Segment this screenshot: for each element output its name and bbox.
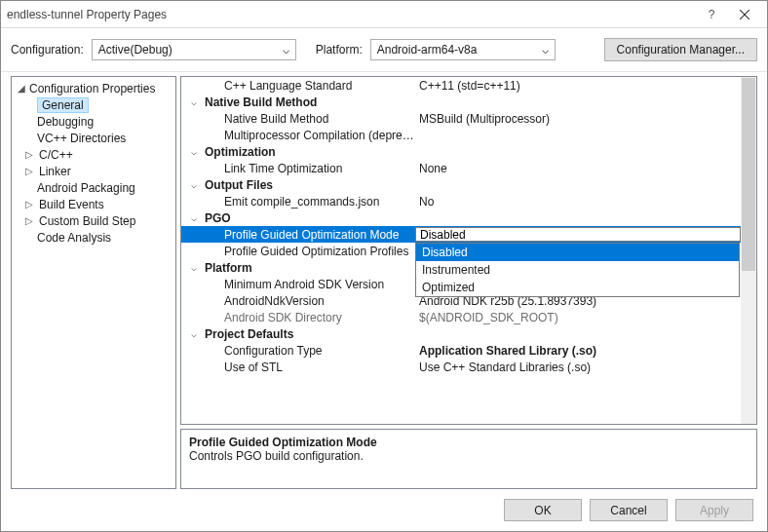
- grid-prop-name: Android SDK Directory: [201, 311, 415, 324]
- description-panel: Profile Guided Optimization Mode Control…: [180, 429, 757, 489]
- expand-icon[interactable]: ▷: [23, 166, 35, 176]
- dialog-button-row: OK Cancel Apply: [1, 489, 767, 531]
- platform-select[interactable]: Android-arm64-v8a ⌵: [370, 39, 556, 60]
- tree-item[interactable]: ▷Custom Build Step: [12, 212, 175, 229]
- grid-prop-name: Native Build Method: [201, 112, 415, 126]
- cancel-button[interactable]: Cancel: [590, 499, 668, 521]
- grid-prop-value[interactable]: $(ANDROID_SDK_ROOT): [415, 311, 756, 324]
- grid-prop-value[interactable]: Application Shared Library (.so): [415, 344, 756, 358]
- grid-row[interactable]: Use of STLUse C++ Standard Libraries (.s…: [181, 359, 756, 375]
- close-icon[interactable]: [728, 5, 761, 23]
- config-row: Configuration: Active(Debug) ⌵ Platform:…: [1, 28, 767, 72]
- configuration-value: Active(Debug): [98, 43, 173, 57]
- tree-item[interactable]: ▷Linker: [12, 163, 175, 179]
- tree-root[interactable]: ◢ Configuration Properties: [12, 80, 175, 96]
- platform-label: Platform:: [316, 43, 363, 57]
- grid-prop-value[interactable]: Disabled: [415, 227, 740, 242]
- expand-icon[interactable]: ▷: [23, 199, 35, 209]
- scrollbar[interactable]: [741, 77, 756, 424]
- grid-prop-name: Use of STL: [201, 361, 415, 374]
- grid-row[interactable]: C++ Language StandardC++11 (std=c++11): [181, 77, 756, 94]
- scrollbar-thumb[interactable]: [741, 77, 756, 272]
- tree-item-label: Build Events: [39, 198, 104, 211]
- grid-group-name: Optimization: [201, 145, 415, 159]
- grid-prop-name: Profile Guided Optimization Profiles: [201, 245, 415, 258]
- grid-group-name: Project Defaults: [201, 327, 415, 341]
- ok-button[interactable]: OK: [504, 499, 582, 521]
- tree-item[interactable]: ▷Build Events: [12, 196, 175, 212]
- grid-row[interactable]: Native Build MethodMSBuild (Multiprocess…: [181, 110, 756, 127]
- grid-group-name: Platform: [201, 261, 415, 275]
- tree-item-label: Custom Build Step: [39, 214, 135, 228]
- tree-item-label: Code Analysis: [37, 231, 111, 245]
- grid-prop-value[interactable]: MSBuild (Multiprocessor): [415, 112, 756, 126]
- grid-prop-name: Link Time Optimization: [201, 162, 415, 175]
- chevron-down-icon: ⌵: [283, 43, 289, 57]
- expand-icon[interactable]: ▷: [23, 215, 35, 226]
- grid-group-header[interactable]: ⌵Optimization: [181, 143, 756, 160]
- apply-button[interactable]: Apply: [675, 499, 753, 521]
- grid-group-header[interactable]: ⌵Output Files: [181, 176, 756, 193]
- collapse-icon[interactable]: ◢: [16, 83, 27, 94]
- collapse-icon[interactable]: ⌵: [181, 262, 201, 273]
- property-grid[interactable]: C++ Language StandardC++11 (std=c++11)⌵N…: [180, 76, 757, 425]
- chevron-down-icon: ⌵: [542, 43, 549, 57]
- dropdown-item[interactable]: Disabled: [416, 244, 739, 261]
- grid-row[interactable]: Link Time OptimizationNone: [181, 160, 756, 176]
- tree-item[interactable]: Debugging: [12, 113, 175, 130]
- tree-item-label: General: [37, 97, 89, 113]
- tree-item[interactable]: VC++ Directories: [12, 130, 175, 146]
- collapse-icon[interactable]: ⌵: [181, 179, 201, 190]
- grid-row[interactable]: Multiprocessor Compilation (deprecated): [181, 127, 756, 143]
- grid-row[interactable]: Android SDK Directory$(ANDROID_SDK_ROOT): [181, 309, 756, 325]
- collapse-icon[interactable]: ⌵: [181, 146, 201, 157]
- grid-prop-name: Configuration Type: [201, 344, 415, 358]
- grid-group-header[interactable]: ⌵PGO: [181, 209, 756, 226]
- tree-item[interactable]: Code Analysis: [12, 229, 175, 246]
- tree-item-label: Android Packaging: [37, 181, 135, 195]
- grid-prop-value[interactable]: No: [415, 195, 756, 209]
- titlebar: endless-tunnel Property Pages ?: [1, 1, 767, 28]
- collapse-icon[interactable]: ⌵: [181, 96, 201, 107]
- grid-group-name: Output Files: [201, 178, 415, 192]
- tree-item[interactable]: ▷C/C++: [12, 146, 175, 163]
- grid-prop-name: Minimum Android SDK Version: [201, 278, 415, 291]
- tree-view[interactable]: ◢ Configuration Properties GeneralDebugg…: [11, 76, 176, 489]
- collapse-icon[interactable]: ⌵: [181, 328, 201, 339]
- grid-prop-value[interactable]: C++11 (std=c++11): [415, 79, 756, 93]
- tree-item-label: VC++ Directories: [37, 132, 126, 145]
- tree-item-label: Debugging: [37, 115, 94, 129]
- collapse-icon[interactable]: ⌵: [181, 212, 201, 223]
- grid-prop-value[interactable]: Use C++ Standard Libraries (.so): [415, 361, 756, 374]
- tree-item-label: Linker: [39, 165, 71, 178]
- grid-group-name: Native Build Method: [201, 95, 415, 109]
- grid-prop-name: Profile Guided Optimization Mode: [201, 228, 415, 242]
- platform-value: Android-arm64-v8a: [377, 43, 478, 57]
- tree-item[interactable]: General: [12, 96, 175, 113]
- dropdown-item[interactable]: Optimized: [416, 279, 739, 296]
- window-title: endless-tunnel Property Pages: [7, 8, 695, 21]
- grid-prop-name: Emit compile_commands.json: [201, 195, 415, 209]
- configuration-manager-button[interactable]: Configuration Manager...: [604, 38, 757, 61]
- description-body: Controls PGO build configuration.: [189, 449, 749, 463]
- grid-prop-name: Multiprocessor Compilation (deprecated): [201, 129, 415, 142]
- grid-row[interactable]: Configuration TypeApplication Shared Lib…: [181, 342, 756, 359]
- grid-prop-name: C++ Language Standard: [201, 79, 415, 93]
- grid-row[interactable]: Emit compile_commands.jsonNo: [181, 193, 756, 209]
- grid-row[interactable]: Profile Guided Optimization ModeDisabled: [181, 226, 756, 243]
- dropdown-item[interactable]: Instrumented: [416, 261, 739, 279]
- grid-prop-name: AndroidNdkVersion: [201, 294, 415, 308]
- grid-group-name: PGO: [201, 211, 415, 225]
- grid-group-header[interactable]: ⌵Project Defaults: [181, 325, 756, 342]
- configuration-label: Configuration:: [11, 43, 84, 57]
- help-icon[interactable]: ?: [695, 5, 728, 23]
- grid-prop-value[interactable]: None: [415, 162, 756, 175]
- tree-item[interactable]: Android Packaging: [12, 179, 175, 196]
- description-title: Profile Guided Optimization Mode: [189, 436, 749, 449]
- dropdown-popup[interactable]: DisabledInstrumentedOptimized: [415, 243, 740, 297]
- grid-group-header[interactable]: ⌵Native Build Method: [181, 94, 756, 110]
- configuration-select[interactable]: Active(Debug) ⌵: [92, 39, 296, 60]
- expand-icon[interactable]: ▷: [23, 149, 35, 160]
- tree-item-label: C/C++: [39, 148, 73, 162]
